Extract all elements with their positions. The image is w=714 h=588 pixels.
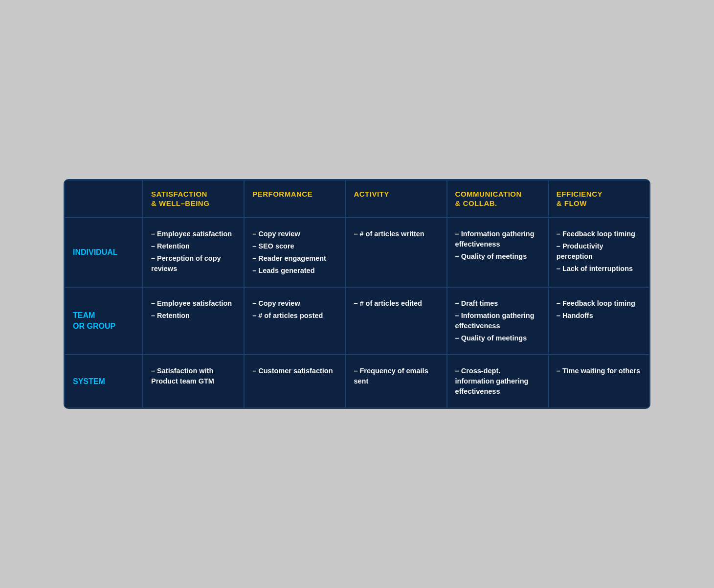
team-performance: Copy review # of articles posted [244,287,345,355]
header-empty [65,180,143,218]
grid-layout: SATISFACTION& WELL–BEING PERFORMANCE ACT… [65,180,649,408]
system-satisfaction: Satisfaction with Product team GTM [143,355,244,408]
team-satisfaction: Employee satisfaction Retention [143,287,244,355]
individual-satisfaction: Employee satisfaction Retention Percepti… [143,218,244,287]
system-performance: Customer satisfaction [244,355,345,408]
system-efficiency: Time waiting for others [548,355,649,408]
row-label-team: TEAMOR GROUP [65,287,143,355]
main-table: SATISFACTION& WELL–BEING PERFORMANCE ACT… [64,179,650,409]
header-satisfaction: SATISFACTION& WELL–BEING [143,180,244,218]
header-activity: ACTIVITY [345,180,446,218]
individual-efficiency: Feedback loop timing Productivity percep… [548,218,649,287]
row-label-system: SYSTEM [65,355,143,408]
individual-activity: # of articles written [345,218,446,287]
team-activity: # of articles edited [345,287,446,355]
system-activity: Frequency of emails sent [345,355,446,408]
individual-communication: Information gathering effectiveness Qual… [447,218,548,287]
header-performance: PERFORMANCE [244,180,345,218]
individual-performance: Copy review SEO score Reader engagement … [244,218,345,287]
header-communication: COMMUNICATION& COLLAB. [447,180,548,218]
team-efficiency: Feedback loop timing Handoffs [548,287,649,355]
system-communication: Cross-dept. information gathering effect… [447,355,548,408]
team-communication: Draft times Information gathering effect… [447,287,548,355]
row-label-individual: INDIVIDUAL [65,218,143,287]
header-efficiency: EFFICIENCY& FLOW [548,180,649,218]
